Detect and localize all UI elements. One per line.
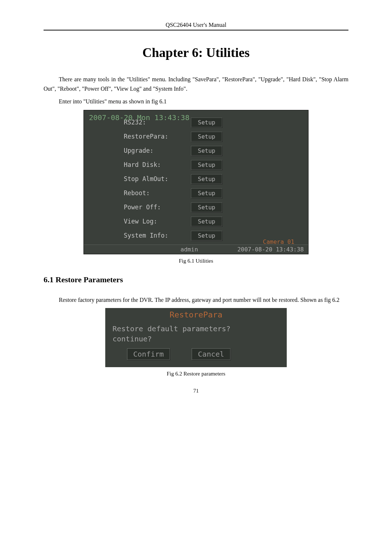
menu-label: System Info: <box>124 232 191 239</box>
camera-overlay: Camera 01 <box>263 238 294 245</box>
setup-button-poweroff[interactable]: Setup <box>191 202 222 212</box>
section-6-1-paragraph: Restore factory parameters for the DVR. … <box>44 295 348 305</box>
status-timestamp: 2007-08-20 13:43:38 <box>223 246 304 253</box>
menu-row-restorepara: RestorePara: Setup <box>124 130 308 144</box>
setup-button-harddisk[interactable]: Setup <box>191 160 222 170</box>
intro-paragraph-1: There are many tools in the "Utilities" … <box>44 75 348 93</box>
menu-label: Upgrade: <box>124 147 191 154</box>
fig-6-2-dialog: RestorePara Restore default parameters? … <box>105 308 287 367</box>
status-left <box>88 246 156 253</box>
page-number: 71 <box>44 388 348 394</box>
confirm-button[interactable]: Confirm <box>127 348 170 360</box>
cancel-button[interactable]: Cancel <box>192 348 230 360</box>
setup-button-reboot[interactable]: Setup <box>191 188 222 198</box>
section-6-1-heading: 6.1 Restore Parameters <box>44 275 348 284</box>
header-divider <box>44 30 348 30</box>
menu-label: RestorePara: <box>124 133 191 140</box>
dialog-message-1: Restore default parameters? <box>113 324 279 333</box>
status-user: admin <box>156 246 223 253</box>
setup-button-restorepara[interactable]: Setup <box>191 132 222 141</box>
menu-label: View Log: <box>124 218 191 225</box>
intro-paragraph-2: Enter into "Utilities" menu as shown in … <box>44 97 348 106</box>
setup-button-upgrade[interactable]: Setup <box>191 146 222 156</box>
menu-label: Hard Disk: <box>124 161 191 168</box>
menu-label: Stop AlmOut: <box>124 175 191 182</box>
fig-6-2-caption: Fig 6.2 Restore parameters <box>44 371 348 377</box>
menu-row-stopalmout: Stop AlmOut: Setup <box>124 172 308 186</box>
dialog-message-2: continue? <box>113 335 279 343</box>
menu-row-upgrade: Upgrade: Setup <box>124 144 308 158</box>
fig-6-1-caption: Fig 6.1 Utilities <box>44 258 348 264</box>
menu-row-reboot: Reboot: Setup <box>124 186 308 200</box>
dialog-title: RestorePara <box>105 308 287 321</box>
menu-row-harddisk: Hard Disk: Setup <box>124 158 308 172</box>
status-bar: admin 2007-08-20 13:43:38 Camera 01 <box>84 245 308 254</box>
datetime-overlay: 2007-08-20 Mon 13:43:38 <box>89 113 189 122</box>
menu-row-poweroff: Power Off: Setup <box>124 200 308 214</box>
menu-label: Power Off: <box>124 204 191 211</box>
setup-button-systeminfo[interactable]: Setup <box>191 231 222 241</box>
chapter-title: Chapter 6: Utilities <box>44 45 348 60</box>
setup-button-rs232[interactable]: Setup <box>191 118 222 127</box>
setup-button-viewlog[interactable]: Setup <box>191 217 222 226</box>
page-header: QSC26404 User's Manual <box>44 22 348 28</box>
menu-label: Reboot: <box>124 189 191 197</box>
fig-6-1-screenshot: 2007-08-20 Mon 13:43:38 RS232: Setup Res… <box>83 110 309 254</box>
setup-button-stopalmout[interactable]: Setup <box>191 174 222 184</box>
menu-row-viewlog: View Log: Setup <box>124 214 308 229</box>
